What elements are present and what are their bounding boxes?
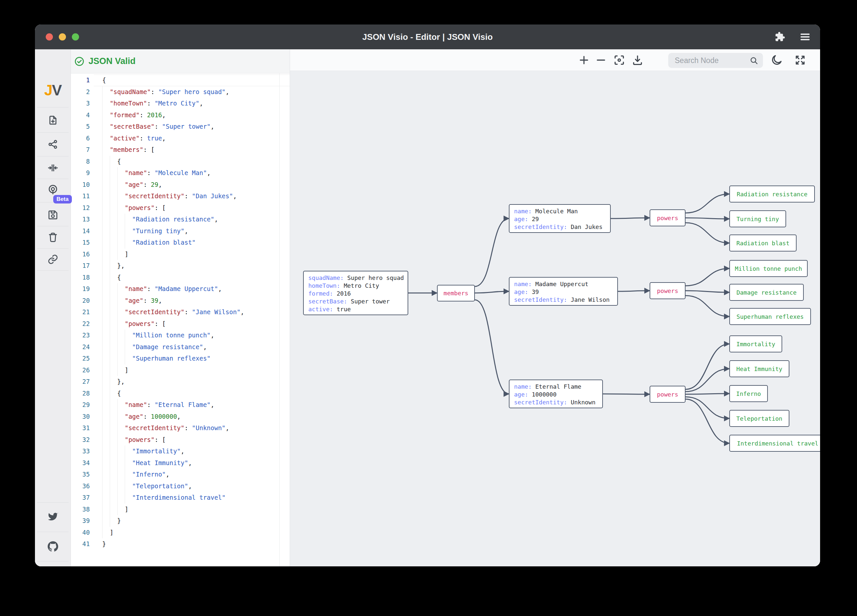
new-document-button[interactable] [46,114,59,127]
graph-node-leaf-8[interactable]: Heat Immunity [729,360,789,377]
graph-node-leaf-5[interactable]: Damage resistance [729,284,804,301]
graph-node-member-1[interactable]: name: Molecule Manage: 29secretIdentity:… [509,204,611,233]
code-line[interactable]: 24"Damage resistance", [71,341,290,353]
code-line[interactable]: 18{ [71,272,290,283]
code-line[interactable]: 31"secretIdentity": "Unknown", [71,422,290,434]
code-line[interactable]: 34"Heat Immunity", [71,457,290,469]
node-label: Teleportation [736,415,783,422]
graph-node-leaf-4[interactable]: Million tonne punch [729,260,807,277]
code-line[interactable]: 29"name": "Eternal Flame", [71,399,290,411]
graph-edge [685,393,729,394]
graph-node-leaf-2[interactable]: Turning tiny [729,210,786,228]
save-button[interactable] [46,208,59,221]
graph-node-powers-2[interactable]: powers [650,282,685,299]
code-token: : [151,86,158,98]
line-number: 39 [71,515,90,527]
code-token: "Molecule Man" [155,167,207,179]
code-line[interactable]: 2"squadName": "Super hero squad", [71,86,290,98]
code-line[interactable]: 22"powers": [ [71,318,290,330]
node-label: Interdimensional travel [737,440,818,447]
code-line[interactable]: 25"Superhuman reflexes" [71,353,290,365]
graph-node-leaf-10[interactable]: Teleportation [729,410,789,427]
live-transform-button[interactable] [46,183,59,196]
graph-node-powers-1[interactable]: powers [650,209,685,226]
node-value: 2016 [337,290,351,297]
code-line[interactable]: 39} [71,515,290,527]
graph-node-leaf-6[interactable]: Superhuman reflexes [729,308,811,325]
code-line[interactable]: 23"Million tonne punch", [71,330,290,341]
code-line[interactable]: 35"Inferno", [71,469,290,480]
code-line[interactable]: 37"Interdimensional travel" [71,492,290,504]
graph-node-leaf-7[interactable]: Immortality [729,336,782,353]
code-line[interactable]: 7"members": [ [71,144,290,156]
code-line[interactable]: 16] [71,249,290,260]
code-line[interactable]: 11"secretIdentity": "Dan Jukes", [71,190,290,202]
node-key: squadName: [308,274,347,281]
code-line[interactable]: 4"formed": 2016, [71,110,290,121]
code-line[interactable]: 27}, [71,376,290,388]
graph-node-leaf-3[interactable]: Radiation blast [729,235,797,251]
graph-edge [603,394,650,394]
code-line[interactable]: 5"secretBase": "Super tower", [71,121,290,133]
graph-node-leaf-1[interactable]: Radiation resistance [729,186,815,203]
collapse-nodes-button[interactable] [46,161,59,175]
graph-view-button[interactable] [46,138,59,151]
twitter-link-button[interactable] [46,510,59,523]
code-line[interactable]: 28{ [71,388,290,399]
menu-hamburger-icon[interactable] [799,31,811,43]
code-line[interactable]: 20"age": 39, [71,295,290,307]
github-link-button[interactable] [46,540,59,553]
code-token: "Superhuman reflexes" [132,353,210,365]
code-line[interactable]: 38] [71,504,290,515]
code-line[interactable]: 26] [71,365,290,376]
graph-node-leaf-9[interactable]: Inferno [729,385,768,402]
graph-node-member-2[interactable]: name: Madame Uppercutage: 39secretIdenti… [509,277,618,306]
extensions-puzzle-icon[interactable] [774,31,786,43]
code-line[interactable]: 41} [71,538,290,550]
code-token: : [ [155,434,166,446]
graph-node-powers-3[interactable]: powers [650,386,685,403]
code-line[interactable]: 6"active": true, [71,133,290,144]
code-line[interactable]: 3"homeTown": "Metro City", [71,98,290,110]
code-line[interactable]: 30"age": 1000000, [71,411,290,423]
code-token: ] [125,504,128,515]
code-token: "secretIdentity" [125,422,184,434]
graph-node-member-3[interactable]: name: Eternal Flameage: 1000000secretIde… [509,379,603,408]
node-key: formed: [308,290,337,297]
code-token: "secretBase" [110,121,155,133]
code-token: "Super hero squad" [158,86,226,98]
code-line[interactable]: 13"Radiation resistance", [71,214,290,225]
code-line[interactable]: 12"powers": [ [71,202,290,214]
code-token: : [143,295,151,307]
trash-icon [47,232,59,243]
code-line[interactable]: 21"secretIdentity": "Jane Wilson", [71,306,290,318]
code-line[interactable]: 33"Immortality", [71,446,290,457]
share-link-button[interactable] [46,253,59,266]
code-line[interactable]: 15"Radiation blast" [71,237,290,249]
code-line[interactable]: 1{ [71,74,290,86]
graph-node-root[interactable]: squadName: Super hero squadhomeTown: Met… [303,271,408,315]
graph-node-leaf-11[interactable]: Interdimensional travel [729,435,820,452]
graph-canvas[interactable]: squadName: Super hero squadhomeTown: Met… [290,50,820,566]
code-line[interactable]: 40] [71,527,290,539]
line-number: 27 [71,376,90,388]
code-editor[interactable]: 1{2"squadName": "Super hero squad",3"hom… [71,73,290,566]
app-logo[interactable]: JV [35,81,71,99]
code-line[interactable]: 17}, [71,260,290,272]
code-token: , [210,121,214,133]
code-line[interactable]: 9"name": "Molecule Man", [71,167,290,179]
node-label: Heat Immunity [736,365,783,372]
code-line[interactable]: 36"Teleportation", [71,480,290,492]
clear-delete-button[interactable] [46,231,59,244]
code-line[interactable]: 32"powers": [ [71,434,290,446]
code-line[interactable]: 19"name": "Madame Uppercut", [71,283,290,295]
line-number: 2 [71,86,90,98]
node-label: Damage resistance [736,289,797,296]
node-key: homeTown: [308,282,343,289]
code-token: "Immortality" [132,446,181,457]
node-key: age: [514,288,532,295]
code-line[interactable]: 14"Turning tiny", [71,225,290,237]
code-line[interactable]: 8{ [71,156,290,167]
graph-node-members[interactable]: members [437,285,475,302]
code-line[interactable]: 10"age": 29, [71,179,290,191]
